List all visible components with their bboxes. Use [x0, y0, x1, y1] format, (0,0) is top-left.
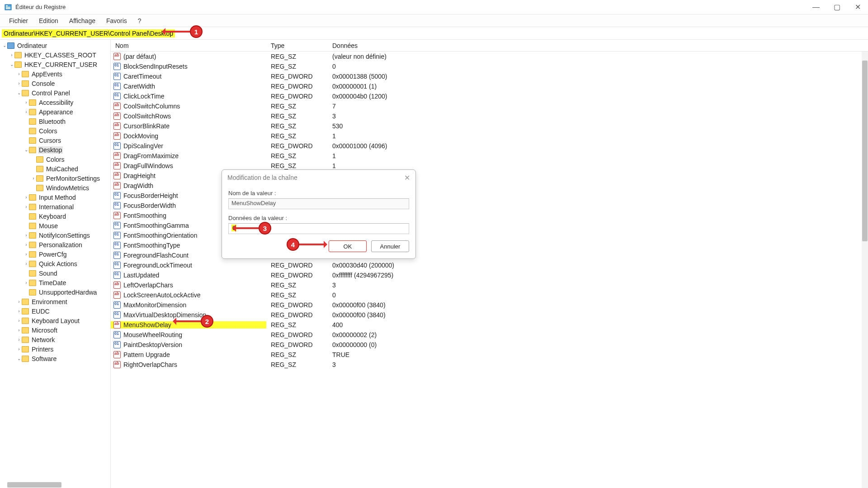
- expand-icon[interactable]: ⌄: [2, 43, 7, 48]
- tree-item-cursors[interactable]: Cursors: [0, 136, 110, 145]
- tree-item-bluetooth[interactable]: Bluetooth: [0, 117, 110, 126]
- tree-item-environment[interactable]: ›Environment: [0, 297, 110, 306]
- menu-fichier[interactable]: Fichier: [4, 15, 33, 26]
- table-row[interactable]: MenuShowDelayREG_SZ400: [111, 320, 868, 330]
- expand-icon[interactable]: ⌄: [16, 356, 22, 361]
- expand-icon[interactable]: ›: [16, 318, 22, 323]
- table-row[interactable]: CaretWidthREG_DWORD0x00000001 (1): [111, 81, 868, 91]
- expand-icon[interactable]: ›: [24, 204, 29, 209]
- table-row[interactable]: MaxVirtualDesktopDimensionREG_DWORD0x000…: [111, 310, 868, 320]
- expand-icon[interactable]: ›: [24, 109, 29, 114]
- tree-item-ordinateur[interactable]: ⌄Ordinateur: [0, 41, 110, 50]
- expand-icon[interactable]: ›: [24, 233, 29, 238]
- table-row[interactable]: (par défaut)REG_SZ(valeur non définie): [111, 52, 868, 61]
- address-bar[interactable]: Ordinateur\HKEY_CURRENT_USER\Control Pan…: [0, 27, 868, 40]
- menu-favoris[interactable]: Favoris: [101, 15, 132, 26]
- expand-icon[interactable]: ›: [24, 280, 29, 285]
- table-row[interactable]: LockScreenAutoLockActiveREG_SZ0: [111, 290, 868, 300]
- menu-affichage[interactable]: Affichage: [64, 15, 101, 26]
- table-row[interactable]: LeftOverlapCharsREG_SZ3: [111, 280, 868, 290]
- column-name[interactable]: Nom: [111, 42, 266, 49]
- table-row[interactable]: CoolSwitchColumnsREG_SZ7: [111, 101, 868, 111]
- address-path[interactable]: Ordinateur\HKEY_CURRENT_USER\Control Pan…: [2, 29, 175, 38]
- tree-item-quick-actions[interactable]: ›Quick Actions: [0, 259, 110, 268]
- expand-icon[interactable]: ›: [24, 261, 29, 266]
- expand-icon[interactable]: ›: [31, 176, 36, 181]
- tree-item-appevents[interactable]: ›AppEvents: [0, 69, 110, 79]
- expand-icon[interactable]: ⌄: [16, 90, 22, 95]
- table-row[interactable]: DragFromMaximizeREG_SZ1: [111, 151, 868, 161]
- tree-horizontal-scrollbar[interactable]: [0, 482, 110, 488]
- tree-item-microsoft[interactable]: ›Microsoft: [0, 325, 110, 335]
- expand-icon[interactable]: ›: [24, 242, 29, 247]
- table-row[interactable]: DpiScalingVerREG_DWORD0x00001000 (4096): [111, 141, 868, 151]
- ok-button[interactable]: OK: [329, 240, 367, 252]
- table-row[interactable]: MaxMonitorDimensionREG_DWORD0x00000f00 (…: [111, 300, 868, 310]
- value-data-field[interactable]: 0: [228, 223, 409, 234]
- tree-item-hkey-classes-root[interactable]: ›HKEY_CLASSES_ROOT: [0, 50, 110, 60]
- expand-icon[interactable]: ›: [24, 195, 29, 200]
- table-row[interactable]: DockMovingREG_SZ1: [111, 131, 868, 141]
- tree-item-input-method[interactable]: ›Input Method: [0, 192, 110, 202]
- expand-icon[interactable]: ›: [16, 71, 22, 76]
- tree-item-colors[interactable]: Colors: [0, 126, 110, 136]
- expand-icon[interactable]: ⌄: [9, 62, 14, 67]
- minimize-button[interactable]: —: [806, 0, 826, 14]
- tree-item-international[interactable]: ›International: [0, 202, 110, 211]
- list-vertical-scrollbar[interactable]: [862, 52, 868, 488]
- expand-icon[interactable]: ›: [24, 252, 29, 257]
- tree-item-powercfg[interactable]: ›PowerCfg: [0, 249, 110, 259]
- tree-item-console[interactable]: ›Console: [0, 79, 110, 88]
- tree-item-software[interactable]: ⌄Software: [0, 354, 110, 363]
- tree-item-accessibility[interactable]: ›Accessibility: [0, 98, 110, 107]
- expand-icon[interactable]: ›: [24, 100, 29, 105]
- menu-edition[interactable]: Edition: [33, 15, 64, 26]
- maximize-button[interactable]: ▢: [826, 0, 847, 14]
- registry-tree[interactable]: ⌄Ordinateur›HKEY_CLASSES_ROOT⌄HKEY_CURRE…: [0, 40, 111, 488]
- column-data[interactable]: Données: [328, 42, 868, 49]
- tree-item-network[interactable]: ›Network: [0, 335, 110, 344]
- table-row[interactable]: LastUpdatedREG_DWORD0xffffffff (42949672…: [111, 270, 868, 280]
- expand-icon[interactable]: ›: [16, 337, 22, 342]
- tree-item-control-panel[interactable]: ⌄Control Panel: [0, 88, 110, 98]
- table-row[interactable]: MouseWheelRoutingREG_DWORD0x00000002 (2): [111, 330, 868, 340]
- expand-icon[interactable]: ›: [16, 81, 22, 86]
- cancel-button[interactable]: Annuler: [371, 240, 409, 252]
- value-list[interactable]: Nom Type Données (par défaut)REG_SZ(vale…: [111, 40, 868, 488]
- expand-icon[interactable]: ›: [16, 299, 22, 304]
- menu-?[interactable]: ?: [132, 15, 147, 26]
- tree-item-permonitorsettings[interactable]: ›PerMonitorSettings: [0, 174, 110, 183]
- tree-item-windowmetrics[interactable]: WindowMetrics: [0, 183, 110, 192]
- table-row[interactable]: ForegroundLockTimeoutREG_DWORD0x00030d40…: [111, 260, 868, 270]
- dialog-titlebar[interactable]: Modification de la chaîne ✕: [222, 170, 415, 185]
- expand-icon[interactable]: ›: [16, 347, 22, 352]
- table-row[interactable]: CoolSwitchRowsREG_SZ3: [111, 111, 868, 121]
- table-row[interactable]: BlockSendInputResetsREG_SZ0: [111, 61, 868, 71]
- tree-item-timedate[interactable]: ›TimeDate: [0, 278, 110, 287]
- tree-item-personalization[interactable]: ›Personalization: [0, 240, 110, 249]
- tree-item-notifyiconsettings[interactable]: ›NotifyIconSettings: [0, 230, 110, 240]
- tree-item-keyboard-layout[interactable]: ›Keyboard Layout: [0, 316, 110, 325]
- table-row[interactable]: CursorBlinkRateREG_SZ530: [111, 121, 868, 131]
- expand-icon[interactable]: ›: [9, 52, 14, 57]
- tree-item-unsupportedhardwa[interactable]: UnsupportedHardwa: [0, 287, 110, 297]
- table-row[interactable]: PaintDesktopVersionREG_DWORD0x00000000 (…: [111, 340, 868, 350]
- tree-item-colors[interactable]: Colors: [0, 155, 110, 164]
- close-button[interactable]: ✕: [847, 0, 868, 14]
- tree-item-sound[interactable]: Sound: [0, 268, 110, 278]
- table-row[interactable]: Pattern UpgradeREG_SZTRUE: [111, 350, 868, 360]
- tree-item-desktop[interactable]: ⌄Desktop: [0, 145, 110, 155]
- tree-item-keyboard[interactable]: Keyboard: [0, 211, 110, 221]
- expand-icon[interactable]: ⌄: [24, 147, 29, 152]
- list-header[interactable]: Nom Type Données: [111, 40, 868, 52]
- column-type[interactable]: Type: [266, 42, 328, 49]
- tree-item-eudc[interactable]: ›EUDC: [0, 306, 110, 316]
- tree-item-appearance[interactable]: ›Appearance: [0, 107, 110, 117]
- tree-item-hkey-current-user[interactable]: ⌄HKEY_CURRENT_USER: [0, 60, 110, 69]
- tree-item-printers[interactable]: ›Printers: [0, 344, 110, 354]
- table-row[interactable]: RightOverlapCharsREG_SZ3: [111, 360, 868, 370]
- expand-icon[interactable]: ›: [16, 309, 22, 314]
- table-row[interactable]: ClickLockTimeREG_DWORD0x000004b0 (1200): [111, 91, 868, 101]
- table-row[interactable]: CaretTimeoutREG_DWORD0x00001388 (5000): [111, 71, 868, 81]
- tree-item-muicached[interactable]: MuiCached: [0, 164, 110, 174]
